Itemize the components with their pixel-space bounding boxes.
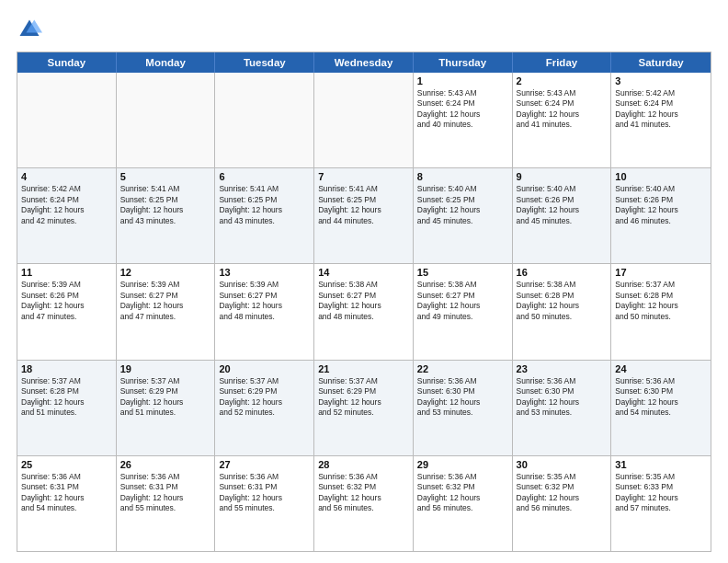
cell-info: Sunrise: 5:36 AM Sunset: 6:31 PM Dayligh… bbox=[219, 472, 310, 514]
cell-info: Sunrise: 5:42 AM Sunset: 6:24 PM Dayligh… bbox=[21, 184, 112, 226]
calendar-cell: 4Sunrise: 5:42 AM Sunset: 6:24 PM Daylig… bbox=[17, 168, 117, 263]
cell-info: Sunrise: 5:38 AM Sunset: 6:27 PM Dayligh… bbox=[417, 280, 508, 322]
day-number: 31 bbox=[615, 459, 707, 470]
calendar-cell: 18Sunrise: 5:37 AM Sunset: 6:28 PM Dayli… bbox=[17, 361, 117, 455]
calendar-cell: 10Sunrise: 5:40 AM Sunset: 6:26 PM Dayli… bbox=[611, 168, 711, 263]
cell-info: Sunrise: 5:39 AM Sunset: 6:27 PM Dayligh… bbox=[120, 280, 211, 322]
calendar-row: 11Sunrise: 5:39 AM Sunset: 6:26 PM Dayli… bbox=[17, 263, 711, 359]
cell-info: Sunrise: 5:41 AM Sunset: 6:25 PM Dayligh… bbox=[318, 184, 409, 226]
calendar-cell: 30Sunrise: 5:35 AM Sunset: 6:32 PM Dayli… bbox=[513, 456, 612, 551]
day-number: 1 bbox=[417, 75, 508, 86]
calendar-cell: 20Sunrise: 5:37 AM Sunset: 6:29 PM Dayli… bbox=[215, 361, 314, 455]
calendar-cell: 11Sunrise: 5:39 AM Sunset: 6:26 PM Dayli… bbox=[17, 264, 117, 359]
day-number: 17 bbox=[615, 267, 707, 278]
day-number: 24 bbox=[615, 363, 707, 374]
calendar-cell: 7Sunrise: 5:41 AM Sunset: 6:25 PM Daylig… bbox=[314, 168, 414, 263]
logo-icon bbox=[17, 17, 42, 42]
cell-info: Sunrise: 5:36 AM Sunset: 6:30 PM Dayligh… bbox=[615, 376, 707, 419]
cell-info: Sunrise: 5:42 AM Sunset: 6:24 PM Dayligh… bbox=[615, 88, 707, 131]
day-number: 7 bbox=[318, 171, 409, 182]
calendar-header-cell: Sunday bbox=[17, 52, 117, 73]
calendar-cell: 9Sunrise: 5:40 AM Sunset: 6:26 PM Daylig… bbox=[513, 168, 612, 263]
cell-info: Sunrise: 5:36 AM Sunset: 6:30 PM Dayligh… bbox=[517, 376, 608, 419]
calendar-cell: 25Sunrise: 5:36 AM Sunset: 6:31 PM Dayli… bbox=[17, 456, 117, 551]
calendar-cell: 2Sunrise: 5:43 AM Sunset: 6:24 PM Daylig… bbox=[513, 73, 612, 167]
calendar-cell: 26Sunrise: 5:36 AM Sunset: 6:31 PM Dayli… bbox=[117, 456, 216, 551]
calendar-cell: 8Sunrise: 5:40 AM Sunset: 6:25 PM Daylig… bbox=[414, 168, 513, 263]
day-number: 29 bbox=[417, 459, 508, 470]
cell-info: Sunrise: 5:43 AM Sunset: 6:24 PM Dayligh… bbox=[417, 88, 508, 131]
cell-info: Sunrise: 5:40 AM Sunset: 6:26 PM Dayligh… bbox=[517, 184, 608, 226]
day-number: 13 bbox=[219, 267, 310, 278]
calendar-row: 25Sunrise: 5:36 AM Sunset: 6:31 PM Dayli… bbox=[17, 455, 711, 551]
day-number: 18 bbox=[21, 363, 112, 374]
logo bbox=[17, 17, 46, 42]
calendar-cell: 21Sunrise: 5:37 AM Sunset: 6:29 PM Dayli… bbox=[314, 361, 414, 455]
header bbox=[17, 17, 711, 42]
calendar-cell: 19Sunrise: 5:37 AM Sunset: 6:29 PM Dayli… bbox=[117, 361, 216, 455]
cell-info: Sunrise: 5:36 AM Sunset: 6:31 PM Dayligh… bbox=[120, 472, 211, 514]
day-number: 11 bbox=[21, 267, 112, 278]
calendar-cell bbox=[117, 73, 216, 167]
day-number: 4 bbox=[21, 171, 112, 182]
day-number: 14 bbox=[318, 267, 409, 278]
cell-info: Sunrise: 5:37 AM Sunset: 6:29 PM Dayligh… bbox=[219, 376, 310, 419]
cell-info: Sunrise: 5:37 AM Sunset: 6:28 PM Dayligh… bbox=[615, 280, 707, 322]
calendar-row: 18Sunrise: 5:37 AM Sunset: 6:28 PM Dayli… bbox=[17, 360, 711, 455]
calendar-body: 1Sunrise: 5:43 AM Sunset: 6:24 PM Daylig… bbox=[17, 73, 711, 551]
cell-info: Sunrise: 5:36 AM Sunset: 6:32 PM Dayligh… bbox=[417, 472, 508, 514]
day-number: 27 bbox=[219, 459, 310, 470]
calendar-cell: 22Sunrise: 5:36 AM Sunset: 6:30 PM Dayli… bbox=[414, 361, 513, 455]
day-number: 25 bbox=[21, 459, 112, 470]
calendar-header-cell: Tuesday bbox=[215, 52, 314, 73]
cell-info: Sunrise: 5:41 AM Sunset: 6:25 PM Dayligh… bbox=[219, 184, 310, 226]
cell-info: Sunrise: 5:39 AM Sunset: 6:26 PM Dayligh… bbox=[21, 280, 112, 322]
calendar-cell: 6Sunrise: 5:41 AM Sunset: 6:25 PM Daylig… bbox=[215, 168, 314, 263]
calendar-header: SundayMondayTuesdayWednesdayThursdayFrid… bbox=[17, 52, 711, 73]
calendar-cell: 27Sunrise: 5:36 AM Sunset: 6:31 PM Dayli… bbox=[215, 456, 314, 551]
page: SundayMondayTuesdayWednesdayThursdayFrid… bbox=[0, 0, 728, 563]
day-number: 26 bbox=[120, 459, 211, 470]
calendar-row: 4Sunrise: 5:42 AM Sunset: 6:24 PM Daylig… bbox=[17, 167, 711, 263]
calendar-cell bbox=[17, 73, 117, 167]
calendar-cell: 1Sunrise: 5:43 AM Sunset: 6:24 PM Daylig… bbox=[414, 73, 513, 167]
day-number: 10 bbox=[615, 171, 707, 182]
calendar: SundayMondayTuesdayWednesdayThursdayFrid… bbox=[17, 52, 711, 552]
calendar-cell: 12Sunrise: 5:39 AM Sunset: 6:27 PM Dayli… bbox=[117, 264, 216, 359]
cell-info: Sunrise: 5:40 AM Sunset: 6:25 PM Dayligh… bbox=[417, 184, 508, 226]
cell-info: Sunrise: 5:41 AM Sunset: 6:25 PM Dayligh… bbox=[120, 184, 211, 226]
calendar-cell: 5Sunrise: 5:41 AM Sunset: 6:25 PM Daylig… bbox=[117, 168, 216, 263]
day-number: 15 bbox=[417, 267, 508, 278]
calendar-header-cell: Monday bbox=[117, 52, 216, 73]
calendar-cell: 31Sunrise: 5:35 AM Sunset: 6:33 PM Dayli… bbox=[611, 456, 711, 551]
cell-info: Sunrise: 5:37 AM Sunset: 6:28 PM Dayligh… bbox=[21, 376, 112, 419]
cell-info: Sunrise: 5:36 AM Sunset: 6:30 PM Dayligh… bbox=[417, 376, 508, 419]
calendar-cell: 23Sunrise: 5:36 AM Sunset: 6:30 PM Dayli… bbox=[513, 361, 612, 455]
day-number: 6 bbox=[219, 171, 310, 182]
cell-info: Sunrise: 5:37 AM Sunset: 6:29 PM Dayligh… bbox=[120, 376, 211, 419]
calendar-header-cell: Thursday bbox=[414, 52, 513, 73]
calendar-cell: 29Sunrise: 5:36 AM Sunset: 6:32 PM Dayli… bbox=[414, 456, 513, 551]
calendar-cell: 17Sunrise: 5:37 AM Sunset: 6:28 PM Dayli… bbox=[611, 264, 711, 359]
calendar-cell: 3Sunrise: 5:42 AM Sunset: 6:24 PM Daylig… bbox=[611, 73, 711, 167]
day-number: 12 bbox=[120, 267, 211, 278]
cell-info: Sunrise: 5:35 AM Sunset: 6:33 PM Dayligh… bbox=[615, 472, 707, 514]
calendar-cell bbox=[314, 73, 414, 167]
cell-info: Sunrise: 5:38 AM Sunset: 6:28 PM Dayligh… bbox=[517, 280, 608, 322]
cell-info: Sunrise: 5:43 AM Sunset: 6:24 PM Dayligh… bbox=[517, 88, 608, 131]
day-number: 8 bbox=[417, 171, 508, 182]
calendar-cell: 15Sunrise: 5:38 AM Sunset: 6:27 PM Dayli… bbox=[414, 264, 513, 359]
calendar-cell: 14Sunrise: 5:38 AM Sunset: 6:27 PM Dayli… bbox=[314, 264, 414, 359]
cell-info: Sunrise: 5:40 AM Sunset: 6:26 PM Dayligh… bbox=[615, 184, 707, 226]
calendar-header-cell: Saturday bbox=[611, 52, 711, 73]
calendar-cell: 28Sunrise: 5:36 AM Sunset: 6:32 PM Dayli… bbox=[314, 456, 414, 551]
day-number: 16 bbox=[517, 267, 608, 278]
cell-info: Sunrise: 5:36 AM Sunset: 6:31 PM Dayligh… bbox=[21, 472, 112, 514]
cell-info: Sunrise: 5:35 AM Sunset: 6:32 PM Dayligh… bbox=[517, 472, 608, 514]
calendar-cell bbox=[215, 73, 314, 167]
cell-info: Sunrise: 5:38 AM Sunset: 6:27 PM Dayligh… bbox=[318, 280, 409, 322]
calendar-cell: 24Sunrise: 5:36 AM Sunset: 6:30 PM Dayli… bbox=[611, 361, 711, 455]
day-number: 21 bbox=[318, 363, 409, 374]
day-number: 28 bbox=[318, 459, 409, 470]
day-number: 30 bbox=[517, 459, 608, 470]
